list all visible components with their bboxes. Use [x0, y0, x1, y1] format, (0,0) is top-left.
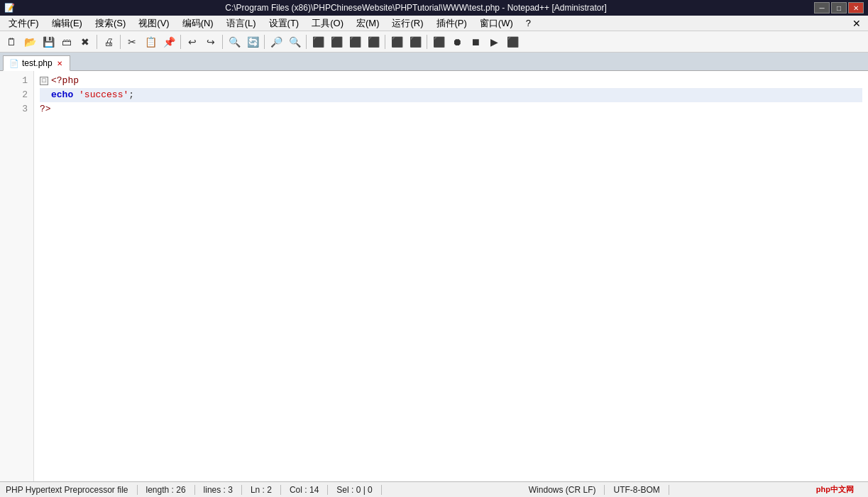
toolbar-sep-4 — [222, 35, 223, 49]
menu-help[interactable]: ? — [520, 16, 537, 30]
toolbar-allchars-button[interactable]: ⬛ — [346, 33, 363, 50]
toolbar-foldall-button[interactable]: ⬛ — [388, 33, 405, 50]
toolbar-wordwrap-button[interactable]: ⬛ — [328, 33, 345, 50]
tab-test-php[interactable]: 📄 test.php ✕ — [3, 55, 70, 71]
code-line-1: □<?php — [40, 74, 862, 88]
title-icon: 📝 — [4, 3, 15, 13]
toolbar: 🗒 📂 💾 🗃 ✖ 🖨 ✂ 📋 📌 ↩ ↪ 🔍 🔄 🔎 🔍 ⬛ ⬛ ⬛ ⬛ ⬛ … — [0, 31, 868, 53]
toolbar-replace-button[interactable]: 🔄 — [244, 33, 261, 50]
status-eol: Windows (CR LF) — [520, 485, 605, 495]
toolbar-macro-button[interactable]: ⏺ — [449, 33, 466, 50]
maximize-button[interactable]: □ — [831, 2, 847, 13]
menu-bar: 文件(F) 编辑(E) 搜索(S) 视图(V) 编码(N) 语言(L) 设置(T… — [0, 16, 868, 31]
menu-macro[interactable]: 宏(M) — [351, 16, 385, 31]
toolbar-sep-1 — [97, 35, 97, 49]
minimize-button[interactable]: ─ — [814, 2, 830, 13]
line-number-1: 1 — [0, 74, 28, 88]
menu-lang[interactable]: 语言(L) — [221, 16, 262, 31]
toolbar-zoom-out-button[interactable]: 🔍 — [286, 33, 303, 50]
toolbar-sep-6 — [306, 35, 307, 49]
status-bar: PHP Hypertext Preprocessor file length :… — [0, 481, 868, 497]
code-line-2: echo 'success'; — [40, 88, 862, 102]
tab-label: test.php — [22, 58, 53, 68]
toolbar-sep-7 — [385, 35, 385, 49]
toolbar-indent-button[interactable]: ⬛ — [365, 33, 382, 50]
status-file-type: PHP Hypertext Preprocessor file — [6, 485, 138, 495]
toolbar-stop-macro-button[interactable]: ⏹ — [467, 33, 484, 50]
menu-edit[interactable]: 编辑(E) — [46, 16, 88, 31]
tab-bar: 📄 test.php ✕ — [0, 53, 868, 71]
line-numbers: 1 2 3 — [0, 71, 34, 481]
string-success: 'success' — [79, 88, 128, 102]
editor-area: 1 2 3 □<?php echo 'success'; ?> — [0, 71, 868, 481]
line-number-2: 2 — [0, 88, 28, 102]
toolbar-syncscroll-button[interactable]: ⬛ — [309, 33, 326, 50]
toolbar-find-button[interactable]: 🔍 — [226, 33, 243, 50]
space-1 — [73, 88, 79, 102]
menu-window[interactable]: 窗口(W) — [474, 16, 519, 31]
menu-settings[interactable]: 设置(T) — [263, 16, 305, 31]
window-controls: ─ □ ✕ — [814, 2, 864, 13]
toolbar-launch-button[interactable]: ⬛ — [430, 33, 447, 50]
status-col: Col : 14 — [281, 485, 328, 495]
toolbar-open-button[interactable]: 📂 — [21, 33, 38, 50]
code-line-3: ?> — [40, 102, 862, 116]
php-close-tag: ?> — [40, 102, 51, 116]
menu-view[interactable]: 视图(V) — [133, 16, 175, 31]
toolbar-sep-5 — [264, 35, 265, 49]
toolbar-redo-button[interactable]: ↪ — [202, 33, 219, 50]
toolbar-zoom-in-button[interactable]: 🔎 — [268, 33, 285, 50]
menu-search[interactable]: 搜索(S) — [89, 16, 131, 31]
toolbar-sep-2 — [120, 35, 121, 49]
toolbar-sep-3 — [180, 35, 181, 49]
watermark-text: php中文网 — [816, 485, 854, 493]
title-bar: 📝 C:\Program Files (x86)\PHPChineseWebsi… — [0, 0, 868, 16]
menu-plugin[interactable]: 插件(P) — [431, 16, 473, 31]
menu-tools[interactable]: 工具(O) — [306, 16, 349, 31]
fold-marker-1[interactable]: □ — [40, 77, 48, 85]
window-title: C:\Program Files (x86)\PHPChineseWebsite… — [18, 3, 814, 13]
echo-keyword: echo — [51, 88, 73, 102]
tab-close-button[interactable]: ✕ — [55, 60, 64, 67]
toolbar-paste-button[interactable]: 📌 — [160, 33, 177, 50]
toolbar-new-button[interactable]: 🗒 — [3, 33, 20, 50]
status-lines: lines : 3 — [195, 485, 242, 495]
status-ln: Ln : 2 — [242, 485, 281, 495]
code-editor[interactable]: □<?php echo 'success'; ?> — [34, 71, 868, 481]
toolbar-cut-button[interactable]: ✂ — [123, 33, 141, 50]
status-watermark: php中文网 — [808, 484, 862, 495]
menubar-close[interactable]: ✕ — [848, 18, 865, 29]
line-number-3: 3 — [0, 102, 28, 116]
tab-file-icon: 📄 — [9, 59, 19, 68]
status-encoding: UTF-8-BOM — [605, 485, 669, 495]
toolbar-close-button[interactable]: ✖ — [77, 33, 94, 50]
menu-encode[interactable]: 编码(N) — [177, 16, 219, 31]
toolbar-run-macro-button[interactable]: ⬛ — [504, 33, 521, 50]
toolbar-print-button[interactable]: 🖨 — [100, 33, 117, 50]
php-open-tag: <?php — [51, 74, 79, 88]
menu-run[interactable]: 运行(R) — [386, 16, 429, 31]
toolbar-unfoldall-button[interactable]: ⬛ — [407, 33, 424, 50]
status-sel: Sel : 0 | 0 — [328, 485, 381, 495]
toolbar-undo-button[interactable]: ↩ — [184, 33, 201, 50]
status-length: length : 26 — [138, 485, 195, 495]
toolbar-copy-button[interactable]: 📋 — [142, 33, 159, 50]
close-button[interactable]: ✕ — [848, 2, 864, 13]
toolbar-sep-8 — [427, 35, 427, 49]
toolbar-save-all-button[interactable]: 🗃 — [58, 33, 75, 50]
toolbar-save-button[interactable]: 💾 — [40, 33, 57, 50]
menu-file[interactable]: 文件(F) — [3, 16, 45, 31]
toolbar-play-macro-button[interactable]: ▶ — [485, 33, 502, 50]
semicolon: ; — [128, 88, 134, 102]
